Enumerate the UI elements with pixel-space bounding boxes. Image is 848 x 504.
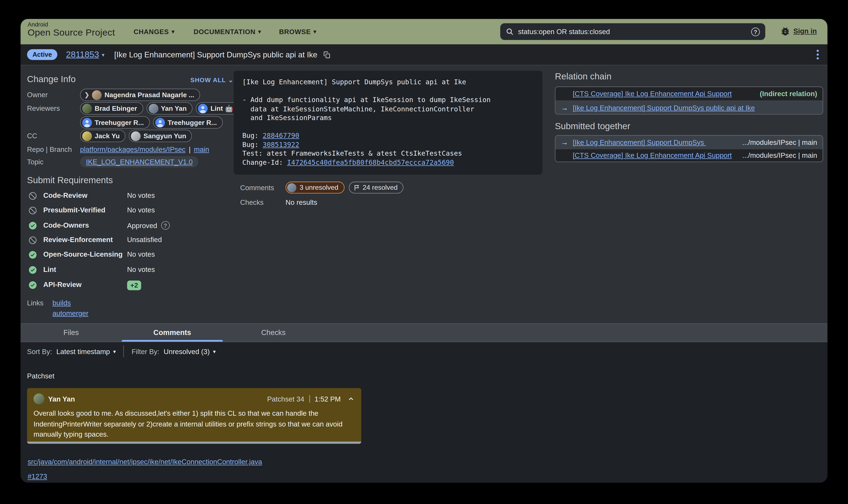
search-help-icon[interactable]: ? (751, 27, 760, 36)
tab-files[interactable]: Files (20, 324, 122, 342)
sign-in-link[interactable]: Sign in (793, 27, 817, 35)
nav-documentation[interactable]: DOCUMENTATION ▾ (194, 28, 261, 35)
bug-link[interactable]: 288467790 (263, 131, 299, 139)
active-tab-underline (122, 340, 223, 342)
help-icon[interactable]: ? (161, 221, 170, 230)
copy-icon[interactable] (323, 51, 331, 59)
comment-patchset: Patchset 34 (267, 395, 304, 403)
reviewer-chip[interactable]: Treehugger R... (153, 116, 223, 129)
bug-line: Bug: 288467790 (242, 131, 534, 140)
reviewers-label: Reviewers (27, 104, 80, 112)
links-row: Links builds automerger (27, 299, 89, 317)
nav-changes[interactable]: CHANGES ▾ (134, 28, 174, 35)
reviewer-chip[interactable]: Brad Ebinger (80, 102, 143, 114)
tab-comments[interactable]: Comments (122, 324, 223, 342)
caret-down-icon: ▾ (172, 29, 175, 35)
requirement-row: API-Review +2 (27, 280, 234, 291)
check-circle-icon (28, 250, 37, 259)
indirect-relation-badge: (Indirect relation) (760, 90, 817, 98)
avatar (82, 131, 92, 141)
comment-author[interactable]: Yan Yan (34, 394, 75, 404)
repo-link[interactable]: platform/packages/modules/IPsec (80, 145, 186, 154)
resolved-comments-chip[interactable]: 24 resolved (349, 182, 404, 194)
submitted-change-link[interactable]: [Ike Log Enhancement] Support DumpSys pu… (573, 138, 706, 146)
vote-badge: +2 (127, 281, 141, 290)
avatar (148, 104, 158, 113)
top-app-bar: Android Open Source Project CHANGES ▾ DO… (20, 19, 828, 44)
submitted-row-current: → [Ike Log Enhancement] Support DumpSys … (555, 136, 823, 149)
divider (309, 395, 310, 403)
submit-requirements-heading: Submit Requirements (27, 175, 113, 185)
topic-link[interactable]: IKE_LOG_ENHANCEMENT_V1.0 (86, 158, 193, 166)
cc-label: CC (27, 132, 80, 140)
requirement-row: Lint No votes (27, 265, 234, 276)
change-overview: Change Info SHOW ALL ⌄ Owner ❯ Nagendra … (20, 66, 828, 323)
unresolved-comments-chip[interactable]: 3 unresolved (286, 182, 344, 194)
gerrit-app-panel: Android Open Source Project CHANGES ▾ DO… (20, 19, 828, 483)
sort-by-label: Sort By: (27, 347, 52, 355)
cc-chip[interactable]: Sangyun Yun (129, 130, 192, 142)
relation-row-current: → [Ike Log Enhancement] Support DumpSys … (555, 101, 823, 114)
flag-icon (353, 184, 360, 191)
related-change-link[interactable]: [CTS Coverage] Ike Log Enhancement Api S… (573, 90, 732, 98)
more-options-icon[interactable] (814, 48, 821, 61)
check-circle-icon (28, 265, 37, 274)
submitted-change-link[interactable]: [CTS Coverage] Ike Log Enhancement Api S… (573, 151, 732, 160)
change-info-column: Change Info SHOW ALL ⌄ Owner ❯ Nagendra … (27, 66, 234, 323)
search-bar[interactable]: ? (500, 23, 765, 40)
nav-documentation-label: DOCUMENTATION (194, 28, 255, 35)
tab-checks[interactable]: Checks (223, 324, 324, 342)
comment-text: Overall looks good to me. As discussed,l… (34, 408, 355, 439)
search-input[interactable] (518, 28, 747, 36)
blocked-icon (28, 192, 37, 200)
comment-header: Yan Yan Patchset 34 1:52 PM (34, 394, 355, 404)
show-all-button[interactable]: SHOW ALL ⌄ (191, 76, 234, 84)
owner-row: Owner ❯ Nagendra Prasad Nagarle ... (27, 89, 200, 101)
relation-column: Relation chain [CTS Coverage] Ike Log En… (555, 66, 823, 323)
change-title: [Ike Log Enhancement] Support DumpSys pu… (114, 50, 317, 59)
branch-link[interactable]: main (194, 145, 209, 154)
requirement-row: Code-Owners Approved ? (27, 220, 234, 231)
change-number-dropdown[interactable]: 2811853 ▾ (66, 50, 104, 59)
commented-file-link[interactable]: src/java/com/android/internal/net/ipsec/… (28, 458, 262, 466)
bug-link[interactable]: 308513922 (263, 140, 299, 148)
cc-chip[interactable]: Jack Yu (80, 130, 126, 142)
owner-chip[interactable]: ❯ Nagendra Prasad Nagarle ... (80, 89, 200, 101)
builds-link[interactable]: builds (53, 299, 89, 307)
reviewers-row: Reviewers Brad Ebinger Yan Yan Lint � (27, 102, 239, 114)
related-change-link[interactable]: [Ike Log Enhancement] Support DumpSys pu… (573, 104, 755, 112)
caret-down-icon: ▾ (313, 29, 316, 35)
repo-branch-row: Repo | Branch platform/packages/modules/… (27, 145, 209, 154)
reviewer-chip[interactable]: Treehugger R... (80, 116, 150, 129)
sort-dropdown[interactable]: Latest timestamp ▾ (56, 347, 116, 355)
report-bug-icon[interactable] (780, 26, 791, 37)
tab-bar: Files Comments Checks (20, 323, 828, 342)
checks-value: No results (286, 198, 317, 206)
comment-scrollbar[interactable] (27, 442, 361, 444)
caret-down-icon: ▾ (113, 348, 116, 354)
comment-ref-link[interactable]: #1273 (28, 472, 47, 481)
topic-label: Topic (27, 158, 80, 166)
page: Android Open Source Project CHANGES ▾ DO… (0, 0, 848, 504)
checks-summary-row: Checks No results (240, 198, 317, 206)
requirement-row: Presubmit-Verified No votes (27, 205, 234, 216)
reviewer-chip[interactable]: Yan Yan (146, 102, 193, 114)
brand-logo[interactable]: Android Open Source Project (28, 22, 115, 37)
change-number-link[interactable]: 2811853 (66, 50, 99, 59)
avatar (287, 183, 296, 192)
cc-row: CC Jack Yu Sangyun Yun (27, 130, 192, 142)
topic-chip[interactable]: IKE_LOG_ENHANCEMENT_V1.0 (80, 156, 199, 168)
automerger-link[interactable]: automerger (53, 309, 89, 317)
commit-message-column: [Ike Log Enhancement] Support DumpSys pu… (234, 66, 544, 323)
current-arrow-icon: → (561, 138, 573, 146)
change-info-heading: Change Info (27, 74, 76, 84)
filter-dropdown[interactable]: Unresolved (3) ▾ (163, 347, 216, 355)
change-id-link[interactable]: I472645c40dfea5fb80f68b4cbd57eccca72a569… (287, 158, 454, 166)
nav-browse[interactable]: BROWSE ▾ (279, 28, 316, 35)
relation-row: [CTS Coverage] Ike Log Enhancement Api S… (555, 87, 823, 101)
requirement-row: Review-Enforcement Unsatisfied (27, 235, 234, 246)
bug-line: Bug: 308513922 (242, 140, 534, 149)
reviewer-chip[interactable]: Lint 🤖 (196, 102, 239, 114)
submitted-together-heading: Submitted together (555, 121, 630, 131)
collapse-comment-icon[interactable] (347, 395, 355, 403)
